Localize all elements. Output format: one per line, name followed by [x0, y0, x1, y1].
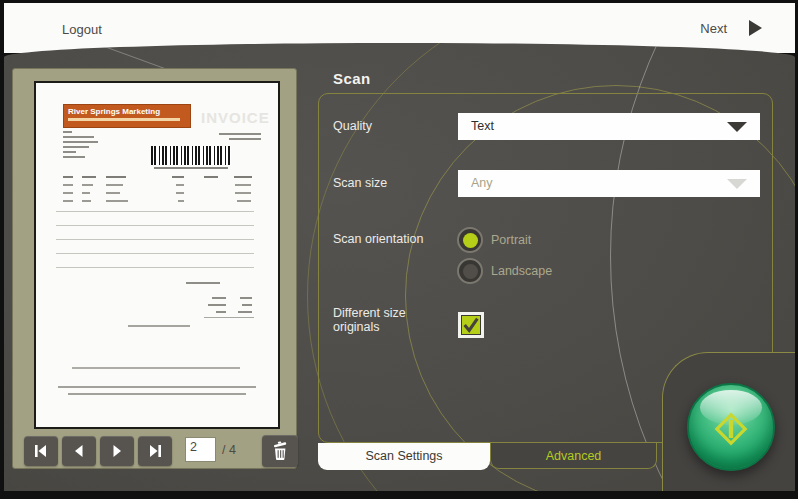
previous-page-button[interactable] — [62, 436, 96, 466]
trash-icon — [270, 441, 290, 461]
scan-size-label: Scan size — [333, 176, 387, 190]
document-rule — [56, 211, 254, 212]
document-rule — [56, 225, 254, 226]
different-size-checkbox[interactable] — [458, 312, 484, 338]
portrait-radio[interactable]: Portrait — [457, 227, 531, 253]
body-background: River Springs Marketing INVOICE — [4, 43, 795, 491]
orientation-label: Scan orientation — [333, 232, 423, 246]
checkmark-icon — [461, 314, 481, 336]
first-page-button[interactable] — [24, 436, 58, 466]
quality-label: Quality — [333, 119, 372, 133]
document-text-line — [63, 192, 73, 194]
document-text-line — [154, 167, 228, 169]
previous-page-icon — [71, 443, 87, 459]
document-preview: River Springs Marketing INVOICE — [34, 81, 280, 429]
document-rule — [56, 253, 254, 254]
document-text-line — [219, 133, 261, 135]
next-button-label: Next — [700, 21, 727, 36]
document-text-line — [216, 311, 226, 313]
document-text-line — [106, 192, 120, 194]
page-title: Scan — [333, 70, 370, 87]
document-text-line — [234, 176, 252, 178]
document-text-line — [237, 200, 251, 202]
preview-panel: River Springs Marketing INVOICE — [12, 68, 297, 469]
invoice-watermark: INVOICE — [201, 109, 270, 126]
document-text-line — [186, 282, 220, 284]
quality-dropdown[interactable]: Text — [458, 113, 760, 140]
document-rule — [56, 267, 254, 268]
next-arrow-icon — [749, 20, 762, 36]
document-rule — [204, 317, 254, 318]
landscape-label: Landscape — [491, 264, 552, 278]
document-text-line — [63, 131, 72, 133]
document-text-line — [82, 200, 91, 202]
scan-size-dropdown[interactable]: Any — [458, 170, 760, 197]
start-scan-icon — [709, 407, 753, 451]
document-text-line — [238, 311, 252, 313]
portrait-label: Portrait — [491, 233, 531, 247]
next-button[interactable]: Next — [700, 20, 762, 36]
tab-scan-settings[interactable]: Scan Settings — [318, 443, 490, 470]
company-name: River Springs Marketing — [68, 107, 186, 116]
document-text-line — [242, 304, 252, 306]
barcode — [151, 146, 231, 165]
start-scan-button[interactable] — [687, 383, 775, 471]
scan-station-screen: Logout Next River Springs Marketing INVO… — [0, 0, 798, 499]
document-text-line — [178, 200, 184, 202]
document-text-line — [235, 192, 251, 194]
document-text-line — [72, 367, 240, 369]
document-text-line — [176, 192, 184, 194]
document-text-line — [63, 156, 85, 158]
different-size-label: Different size originals — [333, 306, 445, 335]
document-text-line — [68, 393, 246, 395]
document-text-line — [172, 176, 184, 178]
document-text-line — [63, 176, 73, 178]
document-text-line — [63, 184, 73, 186]
document-text-line — [63, 146, 89, 148]
radio-button-icon — [457, 227, 483, 253]
document-text-line — [176, 184, 184, 186]
document-text-line — [63, 136, 94, 138]
document-text-line — [82, 184, 93, 186]
delete-page-button[interactable] — [262, 435, 298, 467]
company-tagline — [68, 118, 180, 121]
next-page-icon — [109, 443, 125, 459]
page-number-input[interactable] — [185, 437, 216, 462]
document-text-line — [63, 151, 76, 153]
dropdown-arrow-icon — [727, 179, 747, 189]
document-text-line — [128, 325, 190, 327]
document-text-line — [106, 184, 123, 186]
dropdown-arrow-icon — [727, 122, 747, 132]
document-text-line — [212, 297, 226, 299]
company-logo: River Springs Marketing — [63, 104, 191, 128]
document-text-line — [63, 200, 73, 202]
document-text-line — [229, 138, 261, 140]
document-text-line — [82, 192, 90, 194]
last-page-icon — [147, 443, 163, 459]
last-page-button[interactable] — [138, 436, 172, 466]
document-text-line — [63, 141, 98, 143]
quality-value: Text — [458, 113, 760, 140]
radio-button-icon — [457, 258, 483, 284]
tab-advanced[interactable]: Advanced — [490, 443, 657, 469]
document-text-line — [106, 176, 126, 178]
document-text-line — [82, 176, 96, 178]
landscape-radio[interactable]: Landscape — [457, 258, 552, 284]
document-text-line — [240, 297, 252, 299]
document-rule — [56, 239, 254, 240]
document-text-line — [58, 386, 256, 388]
scan-size-value: Any — [458, 170, 760, 197]
next-page-button[interactable] — [100, 436, 134, 466]
document-text-line — [106, 200, 128, 202]
first-page-icon — [33, 443, 49, 459]
document-text-line — [208, 304, 226, 306]
document-text-line — [204, 176, 218, 178]
document-text-line — [235, 184, 251, 186]
logout-button[interactable]: Logout — [62, 22, 102, 37]
page-total-label: / 4 — [222, 443, 236, 457]
